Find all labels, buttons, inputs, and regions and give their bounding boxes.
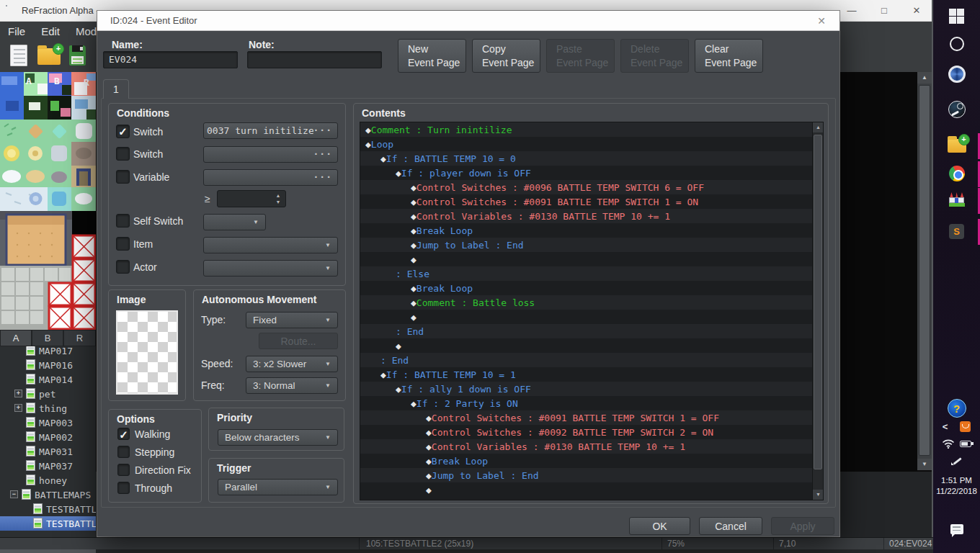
event-command-row[interactable]: ◆If : ally 1 down is OFF	[360, 382, 814, 396]
event-command-row[interactable]: ◆Control Switches : #0091 BATTLE TEMP SW…	[360, 194, 814, 209]
event-command-row[interactable]: ◆Control Variables : #0130 BATTLE TEMP 1…	[360, 439, 814, 454]
event-command-row[interactable]: ◆Break Loop	[360, 281, 814, 295]
start-button-icon[interactable]	[933, 7, 980, 24]
walking-checkbox[interactable]	[117, 428, 130, 440]
cortana-icon[interactable]	[933, 35, 980, 53]
name-input[interactable]: EV024	[103, 51, 238, 68]
event-command-row[interactable]: ◆	[360, 252, 814, 266]
copy-event-page-button[interactable]: CopyEvent Page	[472, 39, 540, 73]
event-command-row[interactable]: ◆	[360, 310, 814, 324]
new-file-icon[interactable]	[10, 45, 27, 66]
event-command-row[interactable]: ◆Control Switches : #0092 BATTLE TEMP SW…	[360, 425, 814, 439]
scrollbar-thumb[interactable]	[919, 85, 930, 456]
paste-event-page-button[interactable]: PasteEvent Page	[546, 39, 615, 73]
ok-button[interactable]: OK	[629, 517, 690, 535]
switch2-value-field[interactable]: ···	[203, 146, 338, 163]
event-command-row[interactable]: ◆Break Loop	[360, 454, 814, 468]
tileset-palette[interactable]: A B R	[0, 72, 96, 330]
tree-item-map037[interactable]: MAP037	[0, 459, 96, 473]
tree-item-testbattle2[interactable]: TESTBATTLE2	[0, 516, 96, 531]
steam-icon[interactable]	[933, 101, 980, 118]
tree-item-battlemaps[interactable]: −BATTLEMAPS	[0, 487, 96, 502]
tree-item-pet[interactable]: +pet	[0, 387, 96, 401]
variable-amount-spinner[interactable]: ▲ ▼	[217, 190, 286, 207]
event-command-row[interactable]: ◆Break Loop	[360, 223, 814, 238]
movement-freq-dropdown[interactable]: 3: Normal▼	[246, 377, 338, 394]
event-command-row[interactable]: : End	[360, 324, 814, 338]
priority-dropdown[interactable]: Below characters▼	[218, 429, 338, 446]
event-command-row[interactable]: ◆If : 2 Party is ON	[360, 396, 814, 410]
event-command-row[interactable]: : Else	[360, 266, 814, 281]
close-icon[interactable]: ✕	[904, 0, 929, 22]
apply-button[interactable]: Apply	[771, 517, 834, 535]
map-vertical-scrollbar[interactable]: ▲ ▼	[917, 72, 932, 470]
event-command-list[interactable]: ◆Comment : Turn inintilize◆Loop◆If : BAT…	[360, 122, 824, 500]
event-command-row[interactable]: : End	[360, 353, 814, 367]
trigger-dropdown[interactable]: Parallel▼	[218, 479, 338, 495]
battery-icon[interactable]	[942, 439, 980, 448]
open-folder-icon[interactable]	[37, 48, 61, 65]
palette-tab-a[interactable]: A	[0, 330, 32, 346]
taskbar-clock[interactable]: 1:51 PM 11/22/2018	[933, 475, 980, 497]
note-input[interactable]	[247, 51, 382, 68]
palette-tab-b[interactable]: B	[32, 330, 63, 346]
event-command-row[interactable]: ◆	[360, 338, 814, 353]
actor-checkbox[interactable]	[116, 260, 130, 274]
through-checkbox[interactable]	[117, 482, 130, 494]
event-command-row[interactable]: ◆Jump to Label : End	[360, 238, 814, 252]
item-dropdown[interactable]: ▼	[203, 237, 338, 253]
event-command-row[interactable]: ◆Control Switches : #0096 BATTLE TEMP SW…	[360, 180, 814, 194]
file-explorer-icon[interactable]	[933, 137, 980, 154]
delete-event-page-button[interactable]: DeleteEvent Page	[620, 39, 689, 73]
switch1-checkbox[interactable]	[116, 125, 130, 138]
save-icon[interactable]	[69, 45, 86, 66]
switch2-checkbox[interactable]	[116, 147, 130, 161]
browse-dots-icon[interactable]: ···	[313, 171, 337, 184]
event-command-row[interactable]: ◆Control Variables : #0130 BATTLE TEMP 1…	[360, 209, 814, 223]
route-button[interactable]: Route...	[259, 333, 338, 349]
event-command-row[interactable]: ◆Jump to Label : End	[360, 468, 814, 482]
cancel-button[interactable]: Cancel	[699, 517, 762, 535]
pen-icon[interactable]	[933, 455, 980, 467]
switch1-value-field[interactable]: 0037 turn initilize ···	[203, 122, 338, 139]
tree-item-thing[interactable]: +thing	[0, 401, 96, 415]
self-switch-checkbox[interactable]	[116, 214, 130, 228]
app-swirl-icon[interactable]	[933, 66, 980, 83]
tree-item-testbattle[interactable]: TESTBATTLE	[0, 502, 96, 516]
browse-dots-icon[interactable]: ···	[313, 148, 337, 161]
palette-tab-r[interactable]: R	[63, 330, 96, 346]
stepping-checkbox[interactable]	[117, 446, 130, 458]
menu-edit[interactable]: Edit	[33, 22, 68, 42]
scroll-up-icon[interactable]: ▲	[917, 72, 932, 84]
event-command-row[interactable]: ◆If : player down is OFF	[360, 166, 814, 180]
tree-item-map017[interactable]: MAP017	[0, 346, 96, 358]
contents-scrollbar[interactable]: ▲ ▼	[812, 122, 823, 500]
chrome-icon[interactable]	[933, 165, 980, 182]
event-command-row[interactable]: ◆If : BATTLE TEMP 10 = 1	[360, 367, 814, 382]
event-command-row[interactable]: ◆If : BATTLE TEMP 10 = 0	[360, 151, 814, 166]
self-switch-dropdown[interactable]: ▼	[203, 214, 266, 230]
tree-item-honey[interactable]: honey	[0, 473, 96, 487]
tree-item-map031[interactable]: MAP031	[0, 444, 96, 459]
variable-value-field[interactable]: ···	[203, 169, 338, 186]
movement-speed-dropdown[interactable]: 3: x2 Slower▼	[246, 356, 338, 372]
scrollbar-thumb[interactable]	[814, 135, 822, 469]
event-command-row[interactable]: ◆	[360, 482, 814, 497]
tree-item-map014[interactable]: MAP014	[0, 372, 96, 387]
expand-icon[interactable]: +	[14, 404, 22, 412]
tab-page-1[interactable]: 1	[103, 79, 129, 99]
spin-down-icon[interactable]: ▼	[275, 198, 282, 206]
dialog-title-bar[interactable]: ID:024 - Event Editor ✕	[97, 11, 839, 31]
expand-icon[interactable]: +	[14, 390, 22, 397]
actor-dropdown[interactable]: ▼	[203, 260, 338, 276]
rpg-maker-icon[interactable]	[933, 191, 980, 208]
variable-checkbox[interactable]	[116, 170, 130, 184]
scroll-down-icon[interactable]: ▼	[917, 459, 932, 470]
event-command-row[interactable]: ◆Comment : Turn inintilize	[360, 122, 814, 137]
scroll-up-icon[interactable]: ▲	[813, 122, 824, 132]
clear-event-page-button[interactable]: ClearEvent Page	[695, 39, 763, 73]
dialog-close-icon[interactable]: ✕	[812, 11, 831, 31]
notifications-icon[interactable]	[933, 522, 980, 536]
movement-type-dropdown[interactable]: Fixed▼	[246, 312, 338, 328]
help-icon[interactable]: ?	[933, 398, 980, 418]
